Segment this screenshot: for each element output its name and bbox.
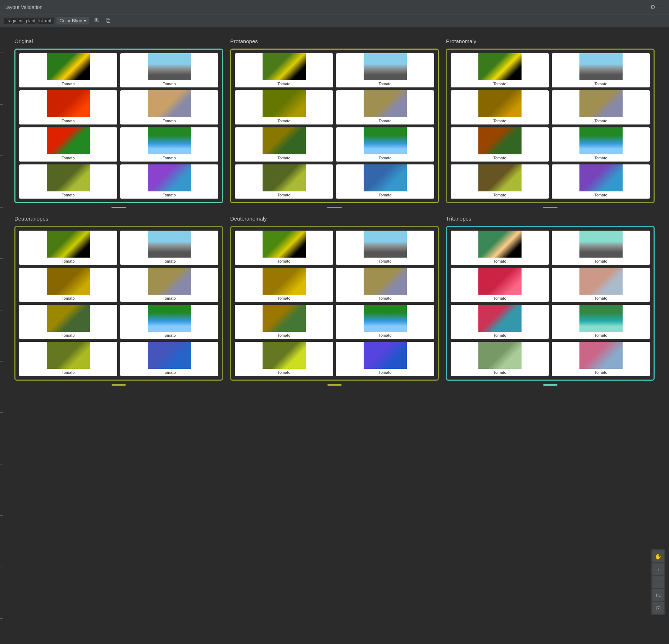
card-label: Tomato [552, 332, 650, 339]
panel-scroll-indicator [112, 207, 126, 208]
card-label: Tomato [235, 117, 333, 124]
panel-grid-container-deuteranomaly: TomatoTomatoTomatoTomatoTomatoTomatoToma… [230, 226, 439, 381]
ruler-mark [0, 310, 3, 310]
card-image [478, 90, 522, 117]
panel-deuteranomaly: DeuteranomalyTomatoTomatoTomatoTomatoTom… [230, 216, 439, 386]
card: Tomato [336, 90, 434, 124]
card-label: Tomato [451, 191, 549, 199]
card: Tomato [451, 342, 549, 376]
ruler-mark [0, 155, 3, 156]
panel-scroll-indicator [327, 384, 342, 386]
card-label: Tomato [552, 258, 650, 265]
card-label: Tomato [19, 80, 117, 87]
card-image [148, 53, 191, 80]
main-content: OriginalTomatoTomatoTomatoTomatoTomatoTo… [0, 27, 669, 396]
card: Tomato [451, 164, 549, 199]
card: Tomato [235, 231, 333, 265]
copy-icon[interactable]: ⧉ [104, 16, 112, 25]
card-image [364, 90, 407, 117]
fit-view-button[interactable]: ⊡ [652, 602, 664, 614]
card: Tomato [120, 231, 218, 265]
ruler-mark [0, 207, 3, 208]
panel-protanomaly: ProtanomalyTomatoTomatoTomatoTomatoTomat… [446, 38, 655, 208]
card-label: Tomato [235, 258, 333, 265]
card-label: Tomato [552, 80, 650, 87]
card-image [148, 342, 191, 369]
colorblind-dropdown[interactable]: Color Blind ▾ [56, 17, 89, 24]
ruler-mark [0, 515, 3, 516]
zoom-out-button[interactable]: − [652, 576, 664, 588]
panel-grid-container-deuteranopes: TomatoTomatoTomatoTomatoTomatoTomatoToma… [14, 226, 223, 381]
card-image [364, 231, 407, 258]
panel-grid-container-original: TomatoTomatoTomatoTomatoTomatoTomatoToma… [14, 49, 223, 203]
panel-grid-tritanopes: TomatoTomatoTomatoTomatoTomatoTomatoToma… [451, 231, 650, 376]
card: Tomato [19, 342, 117, 376]
card-image [364, 305, 407, 332]
hand-tool-button[interactable]: ✋ [652, 550, 664, 562]
card: Tomato [120, 342, 218, 376]
card-label: Tomato [235, 369, 333, 376]
card-label: Tomato [552, 154, 650, 162]
zoom-in-button[interactable]: + [652, 563, 664, 575]
card-label: Tomato [120, 295, 218, 302]
minimize-icon[interactable]: — [659, 4, 665, 10]
card-image [148, 127, 191, 154]
card-image [478, 342, 522, 369]
card: Tomato [120, 127, 218, 162]
card: Tomato [235, 342, 333, 376]
card: Tomato [552, 53, 650, 87]
card-label: Tomato [552, 295, 650, 302]
card-label: Tomato [336, 258, 434, 265]
panel-title-protanomaly: Protanomaly [446, 38, 655, 44]
panel-grid-container-protanomaly: TomatoTomatoTomatoTomatoTomatoTomatoToma… [446, 49, 655, 203]
panel-grid-container-protanopes: TomatoTomatoTomatoTomatoTomatoTomatoToma… [230, 49, 439, 203]
card-label: Tomato [235, 154, 333, 162]
card-image [579, 342, 623, 369]
ruler-left [0, 27, 3, 644]
card: Tomato [336, 231, 434, 265]
card-label: Tomato [19, 295, 117, 302]
card: Tomato [552, 127, 650, 162]
card: Tomato [336, 268, 434, 302]
ruler-mark [0, 361, 3, 362]
card: Tomato [552, 268, 650, 302]
card-image [478, 127, 522, 154]
card-label: Tomato [235, 80, 333, 87]
filename-label: fragment_plant_list.xml [4, 18, 54, 24]
panel-scroll-indicator [543, 384, 558, 386]
eye-icon[interactable]: 👁 [92, 16, 101, 25]
right-toolbar: ✋ + − 1:1 ⊡ [651, 549, 665, 615]
card: Tomato [19, 268, 117, 302]
card-image [47, 90, 90, 117]
card-label: Tomato [451, 369, 549, 376]
card-image [478, 164, 522, 191]
card-label: Tomato [451, 295, 549, 302]
ruler-mark [0, 53, 3, 53]
panel-grid-deuteranomaly: TomatoTomatoTomatoTomatoTomatoTomatoToma… [235, 231, 434, 376]
panel-grid-protanomaly: TomatoTomatoTomatoTomatoTomatoTomatoToma… [451, 53, 650, 199]
card: Tomato [19, 127, 117, 162]
card: Tomato [120, 305, 218, 339]
card: Tomato [235, 164, 333, 199]
card: Tomato [120, 90, 218, 124]
panel-deuteranopes: DeuteranopesTomatoTomatoTomatoTomatoToma… [14, 216, 223, 386]
one-to-one-button[interactable]: 1:1 [652, 589, 664, 601]
card-image [263, 127, 306, 154]
card-image [47, 342, 90, 369]
card-label: Tomato [336, 191, 434, 199]
card: Tomato [336, 127, 434, 162]
card-image [579, 90, 623, 117]
gear-icon[interactable]: ⚙ [650, 4, 655, 10]
title-bar: Layout Validation ⚙ — [0, 0, 669, 14]
card-image [579, 268, 623, 295]
panel-protanopes: ProtanopesTomatoTomatoTomatoTomatoTomato… [230, 38, 439, 208]
card: Tomato [120, 53, 218, 87]
card-image [579, 305, 623, 332]
card: Tomato [120, 164, 218, 199]
card: Tomato [19, 90, 117, 124]
card-image [263, 90, 306, 117]
card: Tomato [451, 127, 549, 162]
card-image [47, 127, 90, 154]
card-label: Tomato [336, 154, 434, 162]
card-image [47, 305, 90, 332]
